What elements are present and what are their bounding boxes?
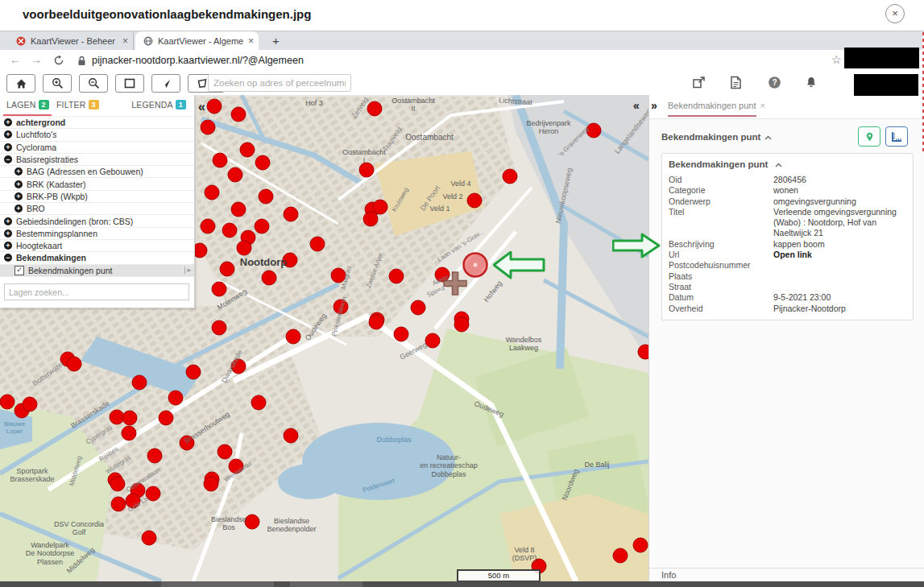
map-marker[interactable] — [205, 185, 219, 200]
map-marker[interactable] — [186, 365, 201, 379]
map-marker[interactable] — [331, 268, 346, 283]
expand-node-icon[interactable]: + — [4, 118, 12, 126]
layer-checkbox-checked[interactable]: ✓ — [15, 266, 24, 275]
map-marker[interactable] — [503, 169, 517, 184]
map-marker[interactable] — [638, 345, 648, 359]
map-marker[interactable] — [222, 223, 237, 238]
tab-filter[interactable]: FILTER3 — [56, 100, 99, 110]
pdf-export-icon[interactable] — [730, 76, 742, 89]
viewer-close-icon[interactable]: × — [885, 4, 905, 23]
map-marker[interactable] — [251, 395, 266, 410]
map-marker[interactable] — [283, 253, 297, 267]
map-marker[interactable] — [122, 426, 136, 440]
map-marker[interactable] — [0, 395, 15, 409]
expand-node-icon[interactable]: + — [4, 143, 12, 151]
map-marker[interactable] — [454, 317, 469, 332]
expand-node-icon[interactable]: + — [4, 217, 12, 225]
forward-icon[interactable]: → — [31, 53, 42, 66]
sidebar-collapse-icon[interactable]: « — [198, 100, 205, 114]
map-marker[interactable] — [147, 449, 162, 463]
expand-node-icon[interactable]: + — [15, 180, 23, 188]
open-link[interactable]: Open link — [773, 250, 906, 260]
expand-node-icon[interactable]: + — [15, 167, 23, 176]
map-marker[interactable] — [245, 515, 259, 529]
panel-tab-bekendmakingen-punt[interactable]: Bekendmakingen punt× — [668, 101, 765, 110]
map-marker[interactable] — [218, 444, 232, 459]
measure-button[interactable] — [885, 126, 908, 147]
expand-node-icon[interactable]: + — [4, 229, 12, 238]
map-marker[interactable] — [180, 436, 194, 450]
map-marker[interactable] — [411, 300, 425, 315]
map-marker[interactable] — [159, 411, 173, 425]
map-marker[interactable] — [373, 200, 387, 214]
expand-node-icon[interactable]: + — [4, 242, 12, 250]
map-marker[interactable] — [168, 391, 183, 405]
map-marker[interactable] — [255, 219, 269, 234]
tab-close-icon[interactable]: × — [122, 35, 128, 47]
tab-close-icon[interactable]: × — [248, 35, 254, 47]
map-marker[interactable] — [367, 101, 382, 116]
new-tab-button[interactable]: + — [267, 33, 284, 48]
expand-node-icon[interactable]: + — [15, 205, 23, 213]
map-marker[interactable] — [394, 327, 408, 341]
section-title[interactable]: Bekendmakingen punt — [661, 132, 772, 142]
share-icon[interactable] — [692, 76, 706, 89]
map-marker[interactable] — [255, 155, 270, 170]
bookmark-star-icon[interactable]: ☆ — [831, 53, 842, 66]
map-marker[interactable] — [231, 359, 246, 374]
map-marker[interactable] — [369, 315, 383, 329]
map-marker[interactable] — [212, 320, 226, 335]
map-marker[interactable] — [110, 410, 124, 424]
map-marker[interactable] — [207, 99, 222, 114]
map-marker[interactable] — [212, 282, 226, 296]
map-marker[interactable] — [435, 267, 450, 282]
search-input[interactable] — [208, 74, 351, 92]
map-marker[interactable] — [334, 300, 348, 314]
layer-options-arrow-icon[interactable]: ▸ — [184, 267, 191, 274]
reload-icon[interactable] — [53, 55, 64, 66]
expand-node-icon[interactable]: + — [15, 192, 23, 200]
map-marker[interactable] — [359, 163, 374, 177]
extent-button[interactable] — [115, 74, 144, 93]
map-marker[interactable] — [259, 189, 273, 204]
locate-button[interactable] — [151, 74, 180, 93]
map-marker[interactable] — [110, 477, 125, 491]
home-button[interactable] — [6, 74, 35, 93]
map[interactable]: Hof 3ZetveldOostambacht IILichtstraatBed… — [0, 95, 648, 581]
layer-item[interactable]: +Hoogtekaart — [0, 240, 194, 252]
layer-item[interactable]: −Bekendmakingen — [0, 252, 194, 264]
map-marker[interactable] — [201, 219, 215, 234]
map-marker[interactable] — [240, 143, 255, 157]
back-icon[interactable]: ← — [10, 53, 21, 66]
map-marker[interactable] — [633, 538, 648, 552]
map-marker[interactable] — [228, 167, 242, 182]
map-marker[interactable] — [231, 202, 246, 217]
layer-item[interactable]: +Gebiedsindelingen (bron: CBS) — [0, 215, 194, 227]
map-marker[interactable] — [132, 375, 147, 390]
browser-tab-beheer[interactable]: KaartViewer - Beheer × — [8, 31, 134, 51]
map-marker[interactable] — [231, 107, 246, 122]
browser-tab-algemeen[interactable]: KaartViewer - Algemeen × — [135, 31, 259, 51]
map-marker[interactable] — [122, 411, 137, 425]
map-marker[interactable] — [425, 333, 440, 348]
layer-item[interactable]: −Basisregistraties — [0, 154, 194, 166]
map-marker[interactable] — [146, 486, 160, 501]
panel-collapse-icon[interactable]: « — [633, 99, 640, 112]
map-marker[interactable] — [23, 397, 37, 411]
layer-item[interactable]: +achtergrond — [0, 117, 194, 129]
map-marker[interactable] — [204, 477, 218, 491]
map-marker[interactable] — [126, 494, 140, 508]
map-marker[interactable] — [467, 193, 482, 208]
map-marker[interactable] — [201, 120, 215, 134]
map-marker[interactable] — [67, 357, 81, 371]
map-marker[interactable] — [220, 262, 234, 276]
panel-expand-icon[interactable]: » — [651, 99, 657, 112]
layer-item[interactable]: +BAG (Adressen en Gebouwen) — [0, 166, 194, 178]
panel-tab-close-icon[interactable]: × — [760, 101, 764, 110]
map-marker[interactable] — [286, 329, 300, 344]
layer-item[interactable]: +Bestemmingsplannen — [0, 228, 194, 240]
card-title[interactable]: Bekendmakingen punt — [669, 159, 906, 169]
expand-node-icon[interactable]: + — [4, 130, 12, 138]
layer-item[interactable]: +BRO — [0, 203, 194, 215]
help-icon[interactable]: ? — [768, 76, 781, 89]
